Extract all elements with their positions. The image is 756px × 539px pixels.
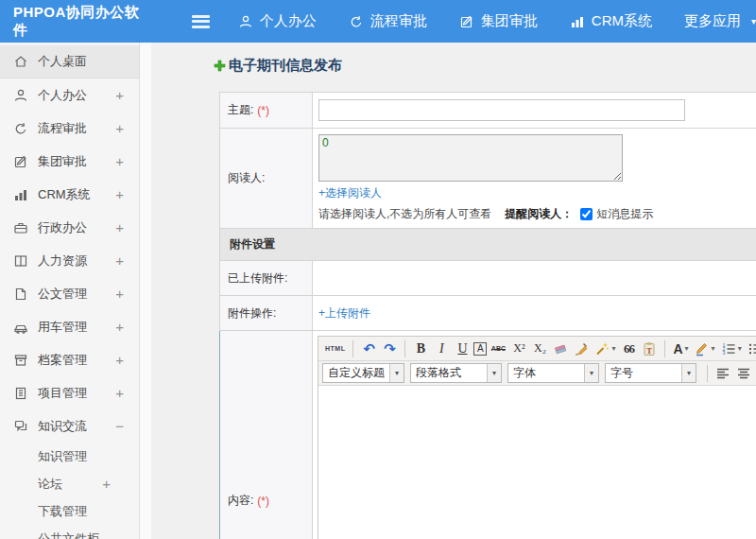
required-mark: (*) bbox=[257, 104, 269, 117]
collapse-icon[interactable]: − bbox=[115, 418, 124, 434]
expand-icon[interactable]: + bbox=[115, 352, 124, 368]
sidebar-item-knowledge-mgmt[interactable]: 知识管理 bbox=[0, 443, 139, 470]
font-size-select[interactable]: 字号▾ bbox=[605, 363, 696, 383]
nav-group-approval[interactable]: 集团审批 bbox=[459, 12, 538, 30]
readers-input[interactable]: 0 bbox=[318, 134, 623, 182]
sidebar-item-knowledge-exchange[interactable]: 知识交流− bbox=[0, 409, 139, 443]
subject-row: 主题: (*) bbox=[219, 93, 756, 129]
expand-icon[interactable]: + bbox=[115, 219, 124, 235]
custom-heading-select[interactable]: 自定义标题▾ bbox=[322, 363, 404, 383]
sidebar-item-label: 论坛 bbox=[38, 476, 62, 493]
align-center-icon bbox=[736, 366, 751, 381]
paragraph-format-select[interactable]: 段落格式▾ bbox=[410, 363, 502, 383]
svg-text:3: 3 bbox=[722, 350, 725, 356]
remove-format-button[interactable] bbox=[551, 339, 570, 358]
sidebar-item-forum[interactable]: 论坛+ bbox=[0, 470, 139, 497]
hamburger-icon[interactable] bbox=[192, 15, 210, 28]
briefcase-icon bbox=[13, 220, 28, 235]
sidebar-item-download-mgmt[interactable]: 下载管理 bbox=[0, 497, 139, 525]
expand-icon[interactable]: + bbox=[115, 87, 124, 103]
expand-icon[interactable]: + bbox=[115, 153, 124, 169]
bold-button[interactable]: B bbox=[411, 339, 430, 358]
subscript-button[interactable]: X₂ bbox=[530, 339, 549, 358]
sidebar-item-label: 项目管理 bbox=[38, 385, 87, 402]
nav-personal-office[interactable]: 个人办公 bbox=[238, 12, 317, 30]
ordered-list-icon: 123 bbox=[721, 341, 736, 356]
chart-icon bbox=[570, 14, 585, 29]
align-left-icon bbox=[715, 366, 730, 381]
align-center-button[interactable] bbox=[734, 364, 753, 383]
redo-button[interactable]: ↷ bbox=[380, 339, 399, 358]
sidebar-item-label: 下载管理 bbox=[38, 503, 87, 520]
strikethrough-button[interactable]: ABC bbox=[489, 339, 507, 358]
expand-icon[interactable]: + bbox=[102, 476, 111, 492]
nav-more-apps[interactable]: 更多应用▾ bbox=[684, 12, 756, 30]
subject-input[interactable] bbox=[318, 99, 685, 121]
blockquote-button[interactable]: 66 bbox=[619, 339, 638, 358]
underline-button[interactable]: U bbox=[453, 339, 472, 358]
select-value: 段落格式 bbox=[411, 365, 487, 381]
expand-icon[interactable]: + bbox=[115, 385, 124, 401]
font-color-button[interactable]: A▾ bbox=[671, 339, 690, 358]
sidebar-item-label: 流程审批 bbox=[38, 120, 87, 137]
sidebar-item-group-approval[interactable]: 集团审批+ bbox=[0, 145, 139, 178]
app-logo[interactable]: PHPOA协同办公软件 bbox=[0, 4, 158, 40]
required-mark: (*) bbox=[257, 495, 269, 508]
nav-workflow-approval[interactable]: 流程审批 bbox=[349, 12, 427, 30]
rich-text-editor: HTML↶↷BIUAABCX²X₂▾66TA▾▾123▾ 自定义标题▾段落格式▾… bbox=[318, 336, 756, 539]
chevron-down-icon[interactable]: ▾ bbox=[389, 364, 404, 382]
chevron-down-icon[interactable]: ▾ bbox=[712, 344, 715, 353]
chevron-down-icon[interactable]: ▾ bbox=[611, 344, 615, 353]
user-icon bbox=[238, 14, 253, 29]
brush-icon bbox=[574, 341, 589, 356]
sidebar-item-project-mgmt[interactable]: 项目管理+ bbox=[0, 376, 139, 409]
source-code-button[interactable]: HTML bbox=[323, 339, 347, 358]
chevron-down-icon[interactable]: ▾ bbox=[584, 364, 598, 382]
sidebar-item-archive-mgmt[interactable]: 档案管理+ bbox=[0, 343, 139, 376]
text-style-button[interactable]: A bbox=[473, 342, 487, 356]
sidebar-item-hr[interactable]: 人力资源+ bbox=[0, 244, 139, 277]
sidebar-item-label: 公文管理 bbox=[38, 286, 87, 303]
format-brush-button[interactable] bbox=[572, 339, 591, 358]
chevron-down-icon[interactable]: ▾ bbox=[487, 364, 501, 382]
expand-icon[interactable]: + bbox=[115, 120, 124, 136]
toolbar-separator bbox=[404, 340, 405, 357]
expand-icon[interactable]: + bbox=[115, 252, 124, 269]
attachment-ops-label: 附件操作: bbox=[220, 296, 313, 330]
sidebar-item-label: 知识管理 bbox=[38, 448, 87, 465]
superscript-button[interactable]: X² bbox=[509, 339, 528, 358]
editor-content-area[interactable] bbox=[318, 386, 756, 539]
attachment-section-header: 附件设置 bbox=[219, 229, 756, 261]
sidebar-item-vehicle-mgmt[interactable]: 用车管理+ bbox=[0, 310, 139, 343]
paste-text-button[interactable]: T bbox=[640, 339, 659, 358]
highlight-color-button[interactable]: ▾ bbox=[693, 339, 717, 358]
align-left-button[interactable] bbox=[713, 364, 732, 383]
font-family-select[interactable]: 字体▾ bbox=[507, 363, 599, 383]
upload-attachment-link[interactable]: +上传附件 bbox=[318, 305, 370, 322]
unordered-list-button[interactable] bbox=[746, 339, 756, 358]
expand-icon[interactable]: + bbox=[115, 319, 124, 335]
expand-icon[interactable]: + bbox=[115, 286, 124, 302]
italic-button[interactable]: I bbox=[432, 339, 451, 358]
chevron-down-icon[interactable]: ▾ bbox=[685, 344, 689, 353]
quick-format-button[interactable]: ▾ bbox=[593, 339, 617, 358]
ordered-list-button[interactable]: 123▾ bbox=[719, 339, 744, 358]
select-readers-link[interactable]: +选择阅读人 bbox=[318, 185, 382, 201]
undo-button[interactable]: ↶ bbox=[359, 339, 378, 358]
sidebar-item-label: 用车管理 bbox=[38, 319, 87, 336]
chevron-down-icon[interactable]: ▾ bbox=[738, 344, 742, 353]
expand-icon[interactable]: + bbox=[115, 186, 124, 202]
nav-crm-system[interactable]: CRM系统 bbox=[570, 12, 652, 30]
sidebar-item-admin-office[interactable]: 行政办公+ bbox=[0, 211, 139, 244]
sidebar-item-document-mgmt[interactable]: 公文管理+ bbox=[0, 277, 139, 310]
nav-item-label: 个人办公 bbox=[260, 12, 317, 30]
chevron-down-icon[interactable]: ▾ bbox=[681, 364, 696, 382]
sidebar-item-crm-system[interactable]: CRM系统+ bbox=[0, 178, 139, 211]
sidebar-item-personal-office[interactable]: 个人办公+ bbox=[0, 78, 139, 112]
sidebar-item-workflow-approval[interactable]: 流程审批+ bbox=[0, 112, 139, 145]
toolbar-separator bbox=[352, 340, 353, 357]
sms-notify-checkbox[interactable] bbox=[580, 208, 593, 220]
sidebar-item-public-file-cabinet[interactable]: 公共文件柜 bbox=[0, 525, 139, 539]
nav-item-label: 更多应用 bbox=[684, 12, 741, 30]
sidebar-item-personal-desktop[interactable]: 个人桌面 bbox=[0, 45, 139, 78]
